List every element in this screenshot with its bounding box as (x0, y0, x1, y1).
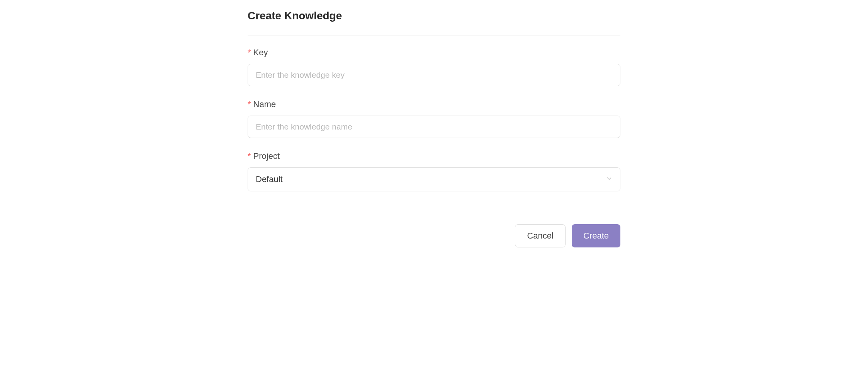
name-label-text: Name (253, 99, 276, 109)
required-mark: * (248, 48, 251, 57)
form-body: *Key *Name *Project Default (248, 36, 620, 211)
create-knowledge-dialog: Create Knowledge *Key *Name *Project Def… (248, 10, 620, 247)
project-selected-value: Default (256, 174, 283, 184)
key-label: *Key (248, 48, 620, 58)
cancel-button[interactable]: Cancel (515, 224, 565, 247)
name-label: *Name (248, 99, 620, 109)
dialog-title: Create Knowledge (248, 10, 620, 22)
key-input[interactable] (248, 64, 620, 86)
required-mark: * (248, 151, 251, 161)
field-group-project: *Project Default (248, 151, 620, 191)
key-label-text: Key (253, 48, 268, 57)
dialog-header: Create Knowledge (248, 10, 620, 36)
project-label: *Project (248, 151, 620, 161)
field-group-key: *Key (248, 48, 620, 86)
create-button[interactable]: Create (572, 224, 620, 247)
project-select[interactable]: Default (248, 167, 620, 191)
project-label-text: Project (253, 151, 280, 161)
name-input[interactable] (248, 116, 620, 138)
field-group-name: *Name (248, 99, 620, 138)
dialog-footer: Cancel Create (248, 211, 620, 247)
required-mark: * (248, 99, 251, 109)
project-select-wrapper: Default (248, 167, 620, 191)
